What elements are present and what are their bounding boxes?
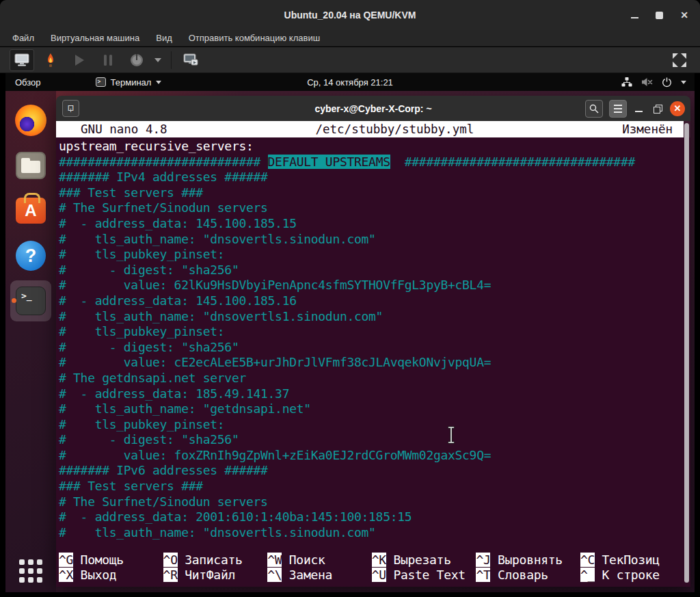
shutdown-icon <box>129 53 144 68</box>
help-icon: ? <box>16 241 46 271</box>
terminal-line: # tls_pubkey_pinset: <box>59 324 690 340</box>
nano-shortcut: ^X Выход <box>59 568 163 583</box>
terminal-line: # The Surfnet/Sinodun servers <box>59 200 690 216</box>
menu-virtual-machine[interactable]: Виртуальная машина <box>51 33 139 43</box>
terminal-scrollbar[interactable] <box>684 123 689 583</box>
vm-maximize-button[interactable] <box>655 10 664 20</box>
firefox-icon <box>15 105 46 136</box>
terminal-line: # value: cE2ecALeE5B+urJhDrJlVFmf38cJLAv… <box>59 355 690 371</box>
nano-shortcut: ^J Выровнять <box>476 553 580 568</box>
terminal-line: # tls_pubkey_pinset: <box>59 417 690 433</box>
app-menu-button[interactable]: > Терминал <box>90 73 167 91</box>
terminal-line: # - address_data: 145.100.185.16 <box>59 293 690 309</box>
vm-minimize-button[interactable] <box>630 10 640 20</box>
nano-shortcut: ^G Помощь <box>59 553 163 568</box>
running-indicator-dot <box>12 298 16 303</box>
dock-item-ubuntu-software[interactable]: A <box>10 190 51 231</box>
dock-item-terminal[interactable]: >_ <box>10 280 51 321</box>
terminal-line: ### Test servers ### <box>59 185 690 201</box>
search-icon <box>589 104 599 114</box>
nano-shortcut: ^_ К строке <box>580 568 685 583</box>
volume-muted-icon <box>641 77 653 87</box>
system-tray[interactable] <box>621 73 695 91</box>
run-button[interactable] <box>67 49 92 71</box>
terminal-body[interactable]: upstream_recursive_servers:#############… <box>56 137 690 587</box>
menu-file[interactable]: Файл <box>12 33 34 43</box>
nano-shortcuts: ^G Помощь^O Записать^W Поиск^K Вырезать^… <box>59 553 690 583</box>
screen: Ubuntu_20.04 на QEMU/KVM ✕ Файл Виртуаль… <box>0 0 700 597</box>
activities-button[interactable]: Обзор <box>5 73 52 91</box>
nano-shortcut: ^T Словарь <box>476 568 580 583</box>
chevron-down-icon <box>681 81 686 84</box>
ubuntu-software-icon: A <box>16 198 46 224</box>
terminal-line: ############################ DEFAULT UPS… <box>59 155 690 170</box>
fullscreen-button[interactable] <box>667 49 692 71</box>
app-menu-label: Терминал <box>111 77 152 88</box>
hardware-details-button[interactable] <box>38 49 63 71</box>
vm-toolbar <box>0 47 700 73</box>
terminal-line: upstream_recursive_servers: <box>59 139 690 155</box>
terminal-line: # - address_data: 2001:610:1:40ba:145:10… <box>59 509 690 525</box>
dock-item-files[interactable] <box>10 145 51 186</box>
nano-shortcut: ^W Поиск <box>267 553 372 568</box>
terminal-line: # value: 62lKu9HsDVbyiPenApnc4sfmSYTHOVf… <box>59 278 690 293</box>
run-icon <box>72 53 86 67</box>
terminal-restore-button[interactable] <box>651 103 664 115</box>
dock-item-firefox[interactable] <box>10 100 51 141</box>
pause-button[interactable] <box>96 49 120 71</box>
files-icon <box>16 152 46 179</box>
desktop: A ? >_ ⊓+ cyber-x@Cyber-X-Corp: ~ <box>5 91 695 592</box>
terminal-line: # tls_auth_name: "getdnsapi.net" <box>59 401 690 417</box>
vm-window-title: Ubuntu_20.04 на QEMU/KVM <box>284 10 416 21</box>
terminal-line: # - address_data: 185.49.141.37 <box>59 386 690 402</box>
terminal-line: # The Surfnet/Sinodun servers <box>59 494 690 510</box>
terminal-window: ⊓+ cyber-x@Cyber-X-Corp: ~ ✕ GNU nano 4.… <box>56 96 690 587</box>
shutdown-button[interactable] <box>124 49 149 71</box>
nano-filename: /etc/stubby/stubby.yml <box>167 121 623 137</box>
terminal-line: # value: foxZRnIh9gZpWnl+zEiKa0EJ2rdCGro… <box>59 448 690 464</box>
console-display-button[interactable] <box>178 49 203 71</box>
terminal-line: # - digest: "sha256" <box>59 263 690 278</box>
nano-modified-status: Изменён <box>622 121 684 137</box>
nano-content: upstream_recursive_servers:#############… <box>59 139 690 540</box>
network-wired-icon <box>621 77 632 87</box>
search-button[interactable] <box>585 100 603 118</box>
pause-icon <box>103 54 113 66</box>
show-applications-button[interactable] <box>18 558 44 584</box>
hardware-details-icon <box>46 53 55 68</box>
graphical-console-button[interactable] <box>10 49 34 71</box>
nano-header: GNU nano 4.8 /etc/stubby/stubby.yml Изме… <box>56 121 684 137</box>
terminal-line: ####### IPv4 addresses ###### <box>59 170 690 185</box>
chevron-down-icon <box>156 81 161 84</box>
terminal-titlebar[interactable]: ⊓+ cyber-x@Cyber-X-Corp: ~ ✕ <box>56 96 690 121</box>
terminal-line: # tls_auth_name: "dnsovertls1.sinodun.co… <box>59 309 690 325</box>
dock: A ? >_ <box>5 91 56 592</box>
vm-close-button[interactable]: ✕ <box>679 10 689 20</box>
nano-shortcut: ^O Записать <box>163 553 268 568</box>
nano-shortcut: ^R ЧитФайл <box>163 568 268 583</box>
menu-send-key[interactable]: Отправить комбинацию клавиш <box>189 33 320 43</box>
terminal-line: # - digest: "sha256" <box>59 432 690 448</box>
nano-shortcut: ^U Paste Text <box>372 568 476 583</box>
terminal-line: # - address_data: 145.100.185.15 <box>59 216 690 232</box>
terminal-line: # tls_auth_name: "dnsovertls.sinodun.com… <box>59 232 690 248</box>
hamburger-menu-button[interactable] <box>609 100 627 118</box>
terminal-line: ####### IPv6 addresses ###### <box>59 463 690 479</box>
terminal-title: cyber-x@Cyber-X-Corp: ~ <box>314 103 431 114</box>
new-tab-button[interactable]: ⊓+ <box>62 100 79 117</box>
terminal-line: # tls_pubkey_pinset: <box>59 247 690 263</box>
nano-shortcut: ^\ Замена <box>267 568 372 583</box>
terminal-line: # tls_auth_name: "dnsovertls.sinodun.com… <box>59 525 690 541</box>
terminal-minimize-button[interactable] <box>633 103 645 115</box>
terminal-close-button[interactable]: ✕ <box>670 101 685 116</box>
dock-item-help[interactable]: ? <box>10 235 51 276</box>
menu-view[interactable]: Вид <box>156 33 172 43</box>
vm-menubar: Файл Виртуальная машина Вид Отправить ко… <box>0 30 700 47</box>
nano-version: GNU nano 4.8 <box>56 121 167 137</box>
graphical-console-icon <box>14 53 29 66</box>
console-display-icon <box>183 53 199 67</box>
shutdown-menu-button[interactable] <box>154 58 161 62</box>
terminal-line: # - digest: "sha256" <box>59 340 690 356</box>
vm-window-titlebar[interactable]: Ubuntu_20.04 на QEMU/KVM ✕ <box>0 0 700 30</box>
terminal-line: # The getdnsapi.net server <box>59 371 690 386</box>
